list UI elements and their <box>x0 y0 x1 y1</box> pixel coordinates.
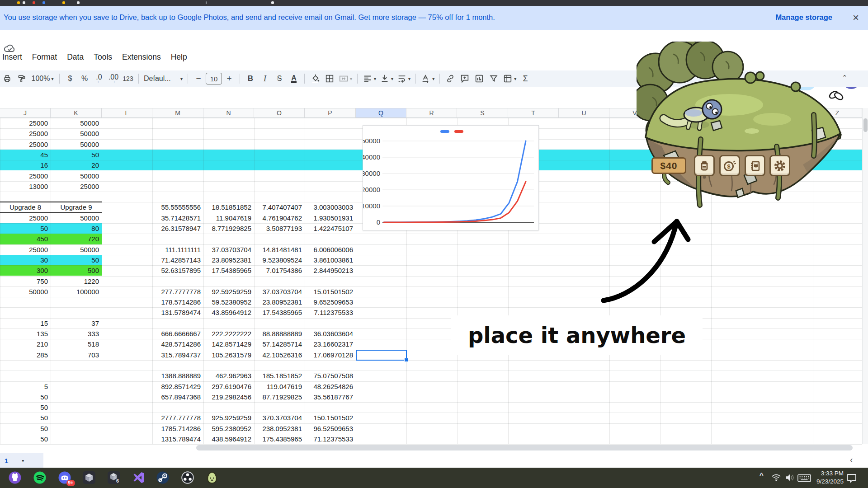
cell-N15[interactable]: 17.54385965 <box>204 265 254 276</box>
cell-J3[interactable]: 25000 <box>0 139 50 150</box>
action-center-icon[interactable] <box>846 473 857 483</box>
cell-P27[interactable]: 35.56187767 <box>305 392 355 402</box>
cell-J26[interactable]: 5 <box>0 381 50 392</box>
cell-O9[interactable]: 7.407407407 <box>255 202 304 212</box>
cell-P10[interactable]: 1.930501931 <box>305 213 355 223</box>
cell-K4[interactable]: 50 <box>51 150 101 160</box>
taskbar-app-spotify[interactable] <box>32 471 47 484</box>
text-rotation-icon[interactable]: ▾ <box>421 72 434 85</box>
cell-P26[interactable]: 48.26254826 <box>305 381 355 392</box>
text-wrap-icon[interactable]: ▾ <box>397 72 410 85</box>
cell-J10[interactable]: 25000 <box>0 213 50 223</box>
column-header-O[interactable]: O <box>254 108 305 118</box>
cell-P14[interactable]: 3.861003861 <box>305 255 355 265</box>
text-color-button[interactable]: A <box>291 75 297 83</box>
cell-J28[interactable]: 50 <box>0 402 50 413</box>
taskbar-app-unity-6[interactable]: 6 <box>106 471 122 484</box>
taskbar-app-avocado[interactable] <box>204 471 220 484</box>
horizontal-scrollbar-thumb[interactable] <box>196 445 853 450</box>
cell-N23[interactable]: 105.2631579 <box>204 350 254 360</box>
volume-icon[interactable] <box>785 473 795 482</box>
cell-N29[interactable]: 925.9259259 <box>204 413 254 423</box>
taskbar-app-visual-studio[interactable] <box>131 471 146 484</box>
cell-M21[interactable]: 666.6666667 <box>153 328 203 339</box>
cell-O21[interactable]: 88.88888889 <box>255 328 304 339</box>
cell-P29[interactable]: 150.1501502 <box>305 413 355 423</box>
cell-O26[interactable]: 119.047619 <box>255 381 304 392</box>
zoom-select[interactable]: 100%▾ <box>31 72 54 85</box>
cell-M25[interactable]: 1388.888889 <box>153 371 203 381</box>
game-button-money-coin[interactable]: $ <box>719 155 740 176</box>
cell-N25[interactable]: 462.962963 <box>204 371 254 381</box>
cell-O27[interactable]: 87.71929825 <box>255 392 304 402</box>
column-header-N[interactable]: N <box>203 108 254 118</box>
cell-M11[interactable]: 26.31578947 <box>153 223 203 234</box>
cell-J6[interactable]: 25000 <box>0 171 50 181</box>
cell-N9[interactable]: 18.51851852 <box>204 202 254 212</box>
cell-K16[interactable]: 1220 <box>51 276 101 286</box>
cell-K20[interactable]: 37 <box>51 318 101 328</box>
column-header-L[interactable]: L <box>102 108 152 118</box>
cell-K14[interactable]: 50 <box>51 255 101 265</box>
touch-keyboard-icon[interactable] <box>797 474 811 482</box>
tray-hidden-icons-chevron[interactable]: ^ <box>760 471 764 479</box>
decrease-font-size-button[interactable]: − <box>193 72 204 85</box>
cell-N13[interactable]: 37.03703704 <box>204 244 254 255</box>
menu-tools[interactable]: Tools <box>92 52 113 63</box>
cell-M13[interactable]: 111.1111111 <box>153 244 203 255</box>
cell-K3[interactable]: 50000 <box>51 139 101 150</box>
taskbar-app-github[interactable] <box>7 471 23 484</box>
cell-K23[interactable]: 703 <box>51 350 101 360</box>
cell-J2[interactable]: 25000 <box>0 128 50 139</box>
cell-M31[interactable]: 1315.789474 <box>153 434 203 444</box>
taskbar-app-unity[interactable] <box>81 471 97 484</box>
embedded-chart[interactable]: 01000020000300004000050000 <box>363 125 539 230</box>
cell-M10[interactable]: 35.71428571 <box>153 213 203 223</box>
cell-M15[interactable]: 52.63157895 <box>153 265 203 276</box>
menu-extensions[interactable]: Extensions <box>121 52 162 63</box>
format-currency-button[interactable]: $ <box>65 72 75 85</box>
cell-N26[interactable]: 297.6190476 <box>204 381 254 392</box>
cell-J17[interactable]: 50000 <box>0 286 50 297</box>
column-header-U[interactable]: U <box>559 108 609 118</box>
cell-N11[interactable]: 8.771929825 <box>204 223 254 234</box>
cell-P30[interactable]: 96.52509653 <box>305 423 355 434</box>
cell-P22[interactable]: 23.16602317 <box>305 339 355 349</box>
cell-O18[interactable]: 23.80952381 <box>255 297 304 307</box>
cell-M14[interactable]: 71.42857143 <box>153 255 203 265</box>
cell-K1[interactable]: 50000 <box>51 118 101 128</box>
cell-P15[interactable]: 2.844950213 <box>305 265 355 276</box>
cell-O11[interactable]: 3.50877193 <box>255 223 304 234</box>
cell-N17[interactable]: 92.59259259 <box>204 286 254 297</box>
sheet-tab-caret[interactable]: ▾ <box>22 458 24 463</box>
cell-P17[interactable]: 15.01501502 <box>305 286 355 297</box>
cell-N18[interactable]: 59.52380952 <box>204 297 254 307</box>
bold-button[interactable]: B <box>245 72 256 85</box>
number-format-button[interactable]: 123 <box>123 72 133 85</box>
font-select[interactable]: Defaul...▾ <box>144 72 183 85</box>
cell-M29[interactable]: 2777.777778 <box>153 413 203 423</box>
cell-M26[interactable]: 892.8571429 <box>153 381 203 392</box>
cell-O29[interactable]: 370.3703704 <box>255 413 304 423</box>
cell-K9[interactable]: Upgrade 9 <box>51 202 101 212</box>
cell-J9[interactable]: Upgrade 8 <box>0 202 50 212</box>
cell-J11[interactable]: 50 <box>0 223 50 234</box>
cell-O25[interactable]: 185.1851852 <box>255 371 304 381</box>
strikethrough-button[interactable]: S <box>274 72 285 85</box>
taskbar-app-steam[interactable] <box>155 471 170 484</box>
cell-K5[interactable]: 20 <box>51 160 101 170</box>
cell-J12[interactable]: 450 <box>0 234 50 244</box>
cell-N14[interactable]: 23.80952381 <box>204 255 254 265</box>
cell-N10[interactable]: 11.9047619 <box>204 213 254 223</box>
cell-P23[interactable]: 17.06970128 <box>305 350 355 360</box>
column-header-K[interactable]: K <box>51 108 102 118</box>
create-filter-icon[interactable] <box>488 72 499 85</box>
print-icon[interactable] <box>2 72 13 85</box>
cell-M27[interactable]: 657.8947368 <box>153 392 203 402</box>
cell-P11[interactable]: 1.422475107 <box>305 223 355 234</box>
cell-J22[interactable]: 210 <box>0 339 50 349</box>
tabbar-collapse-chevron[interactable]: ‹ <box>850 455 853 465</box>
menu-format[interactable]: Format <box>31 52 58 63</box>
font-size-input[interactable]: 10 <box>206 73 222 84</box>
taskbar-clock[interactable]: 3:33 PM 9/23/2025 <box>816 469 844 486</box>
